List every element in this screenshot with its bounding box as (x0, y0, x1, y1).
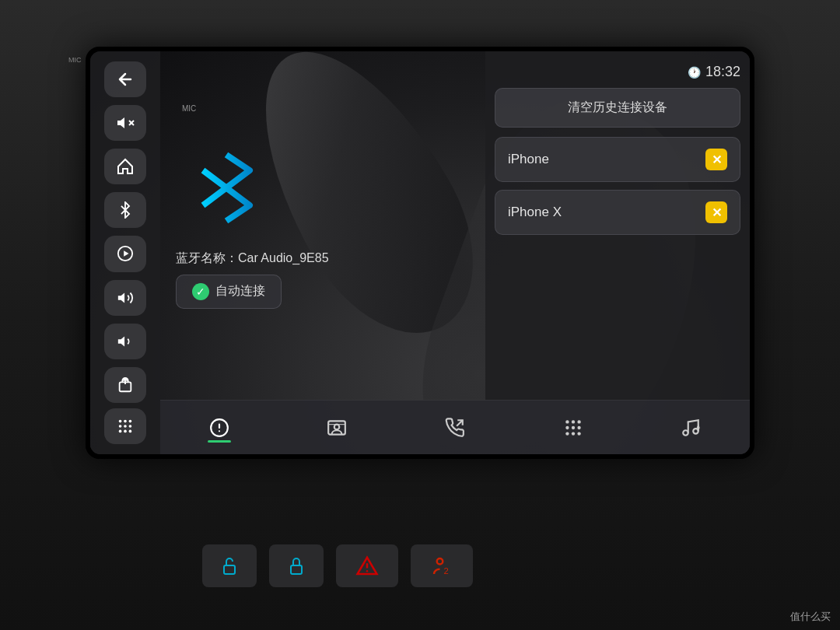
lock-button[interactable] (269, 544, 324, 587)
mic-label: MIC (182, 104, 196, 113)
svg-point-7 (129, 420, 132, 423)
svg-point-9 (124, 425, 127, 428)
bluetooth-button[interactable] (104, 192, 146, 228)
svg-point-24 (577, 425, 580, 429)
delete-iphone-x-button[interactable]: ✕ (705, 201, 727, 223)
svg-point-23 (571, 425, 574, 429)
apps-tab[interactable] (551, 411, 596, 444)
svg-rect-15 (329, 421, 346, 434)
device-name-iphone: iPhone (508, 152, 549, 167)
right-device-panel: 🕐 18:32 清空历史连接设备 iPhone ✕ iPhone X ✕ (485, 51, 750, 400)
svg-point-22 (565, 425, 569, 429)
svg-point-26 (571, 432, 574, 435)
svg-marker-3 (124, 251, 128, 257)
home-button[interactable] (104, 149, 146, 184)
hazard-button[interactable] (336, 544, 398, 587)
delete-iphone-button[interactable]: ✕ (705, 149, 727, 170)
svg-point-6 (124, 420, 127, 423)
volume-down-button[interactable] (104, 324, 146, 359)
auto-connect-label: 自动连接 (215, 283, 265, 299)
device-item-iphone[interactable]: iPhone ✕ (495, 137, 740, 182)
clear-history-button[interactable]: 清空历史连接设备 (495, 88, 740, 128)
unlock-button[interactable] (202, 544, 257, 587)
svg-rect-31 (224, 565, 235, 574)
bluetooth-content-area: 蓝牙名称：Car Audio_9E85 ✓ 自动连接 (160, 51, 495, 400)
svg-point-20 (571, 420, 574, 423)
clock-display: 18:32 (705, 64, 740, 80)
recent-calls-tab[interactable] (432, 411, 478, 444)
svg-point-25 (565, 432, 569, 435)
device-name-iphone-x: iPhone X (508, 205, 562, 220)
bt-music-tab[interactable] (668, 411, 713, 444)
screen-bezel: MIC (86, 47, 754, 459)
info-tab[interactable] (197, 411, 242, 444)
svg-rect-32 (291, 565, 302, 574)
bottom-physical-controls: 2 (202, 544, 473, 587)
physical-left-buttons: MIC (68, 56, 82, 67)
svg-point-28 (683, 430, 688, 436)
device-item-iphone-x[interactable]: iPhone X ✕ (495, 190, 740, 235)
mic-indicator: MIC (68, 56, 82, 64)
svg-point-16 (334, 424, 340, 429)
clock-icon: 🕐 (688, 66, 701, 79)
svg-point-5 (119, 420, 122, 423)
svg-point-36 (437, 558, 443, 565)
auto-connect-button[interactable]: ✓ 自动连接 (176, 275, 282, 309)
svg-point-10 (129, 425, 132, 428)
contacts-tab[interactable] (314, 411, 359, 444)
svg-point-19 (565, 420, 569, 423)
svg-text:2: 2 (444, 566, 449, 576)
svg-point-8 (119, 425, 122, 428)
mute-button[interactable] (104, 105, 146, 141)
sidebar (90, 51, 160, 454)
svg-point-11 (119, 430, 122, 433)
svg-point-35 (366, 570, 369, 572)
bluetooth-icon (176, 143, 479, 244)
person-alert-button[interactable]: 2 (411, 544, 473, 587)
svg-point-21 (577, 420, 580, 423)
auto-connect-check-icon: ✓ (192, 283, 209, 300)
svg-line-18 (457, 420, 463, 426)
share-button[interactable] (104, 367, 146, 403)
screen: MIC (90, 51, 750, 454)
bottom-tab-bar (160, 400, 750, 454)
watermark: 值什么买 (790, 610, 831, 624)
play-button[interactable] (104, 236, 146, 271)
apps-grid-button[interactable] (104, 408, 146, 444)
svg-point-27 (577, 432, 580, 435)
volume-up-button[interactable] (104, 280, 146, 316)
clock-area: 🕐 18:32 (495, 61, 740, 88)
svg-point-13 (129, 430, 132, 433)
svg-point-12 (124, 430, 127, 433)
bluetooth-device-name: 蓝牙名称：Car Audio_9E85 (176, 250, 479, 267)
back-button[interactable] (104, 61, 146, 97)
